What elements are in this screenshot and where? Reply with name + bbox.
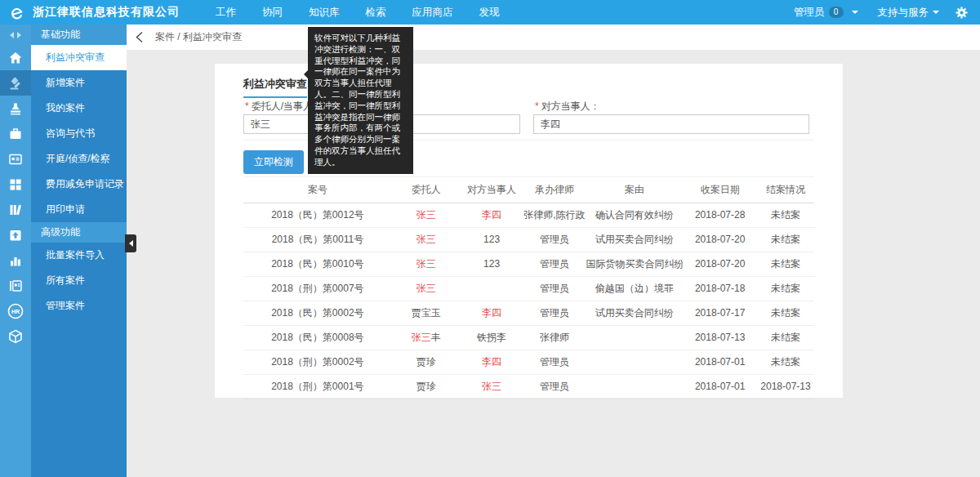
table-row[interactable]: 2018（民）第0010号张三123管理员国际货物买卖合同纠纷2018-07-2… [243, 252, 814, 276]
table-cell: 123 [461, 252, 523, 276]
hr-icon[interactable]: HR [0, 298, 31, 323]
sidebar-item-consulting[interactable]: 咨询与代书 [31, 121, 127, 146]
table-cell: 未结案 [757, 227, 814, 252]
stamp-icon[interactable] [0, 96, 31, 121]
navbar-right: 管理员 0 支持与服务 [784, 0, 980, 25]
results-table-body: 2018（民）第0012号张三李四张律师,陈行政确认合同有效纠纷2018-07-… [243, 203, 814, 399]
column-header: 案号 [243, 177, 392, 203]
table-cell: 2018（刑）第0007号 [243, 276, 392, 301]
table-row[interactable]: 2018（刑）第0007号张三管理员偷越国（边）境罪2018-07-18未结案 [243, 276, 814, 301]
table-cell: 2018-07-28 [683, 203, 757, 227]
table-cell [586, 325, 683, 350]
nav-item-search[interactable]: 检索 [353, 0, 399, 25]
sidebar-section-basic[interactable]: 基础功能 [31, 25, 127, 45]
table-cell: 2018-07-20 [683, 227, 757, 252]
table-cell: 2018（刑）第0002号 [243, 350, 392, 374]
nav-item-discover[interactable]: 发现 [466, 0, 513, 25]
table-cell: 张律师 [523, 325, 586, 350]
table-cell: 试用买卖合同纠纷 [586, 301, 683, 325]
table-cell: 张三 [392, 227, 461, 252]
sidebar-item-new-case[interactable]: 新增案件 [31, 70, 127, 96]
table-cell: 2018（刑）第0001号 [243, 374, 392, 399]
settings-button[interactable] [949, 0, 973, 25]
notification-badge: 0 [829, 7, 844, 18]
package-icon[interactable] [0, 323, 31, 349]
id-card-icon[interactable] [0, 146, 31, 172]
breadcrumb[interactable]: 案件 / 利益冲突审查 [155, 30, 242, 44]
column-header: 结案情况 [757, 177, 814, 203]
user-dropdown[interactable]: 管理员 0 [784, 0, 868, 25]
bar-chart-icon[interactable] [0, 247, 31, 273]
chevron-left-icon [135, 31, 144, 43]
table-cell: 未结案 [757, 203, 814, 227]
table-cell: 试用买卖合同纠纷 [586, 227, 683, 252]
column-header: 承办律师 [523, 177, 586, 203]
company-name: 浙江律联信息科技有限公司 [33, 5, 180, 20]
books-icon[interactable] [0, 197, 31, 222]
conflict-info-tooltip: 软件可对以下几种利益冲突进行检测：一、双重代理型利益冲突，同一律师在同一案件中为… [308, 27, 413, 174]
sidebar-item-fee-waiver[interactable]: 费用减免申请记录 [31, 172, 127, 197]
column-header: 委托人 [392, 177, 461, 203]
nav-item-work[interactable]: 工作 [203, 0, 249, 25]
table-cell: 2018（民）第0008号 [243, 325, 392, 350]
table-cell: 未结案 [757, 325, 814, 350]
home-icon[interactable] [0, 45, 31, 70]
sidebar-item-hearing[interactable]: 开庭/侦查/检察 [31, 146, 127, 172]
table-cell: 管理员 [523, 350, 586, 374]
table-cell: 未结案 [757, 350, 814, 374]
table-cell: 未结案 [757, 301, 814, 325]
nav-item-collab[interactable]: 协同 [249, 0, 296, 25]
table-cell: 2018-07-18 [683, 276, 757, 301]
table-row[interactable]: 2018（刑）第0002号贾珍李四管理员2018-07-01未结案 [243, 350, 814, 374]
gavel-icon[interactable] [0, 70, 31, 96]
sidebar-item-conflict-review[interactable]: 利益冲突审查 [31, 45, 127, 70]
table-row[interactable]: 2018（民）第0011号张三123管理员试用买卖合同纠纷2018-07-20未… [243, 227, 814, 252]
table-cell: 管理员 [523, 374, 586, 399]
table-cell [586, 374, 683, 399]
table-cell: 未结案 [757, 252, 814, 276]
sidebar-item-manage-cases[interactable]: 管理案件 [31, 293, 127, 319]
briefcase-icon[interactable] [0, 121, 31, 146]
top-menu: 工作 协同 知识库 检索 应用商店 发现 [203, 0, 513, 25]
caret-down-icon [933, 11, 939, 14]
grid-icon[interactable] [0, 172, 31, 197]
table-cell: 2018-07-13 [757, 374, 814, 399]
sidebar-collapse-handle[interactable] [125, 234, 136, 252]
table-cell: 管理员 [523, 227, 586, 252]
nav-item-appstore[interactable]: 应用商店 [399, 0, 466, 25]
table-cell: 偷越国（边）境罪 [586, 276, 683, 301]
opponent-input[interactable] [533, 114, 809, 134]
table-cell: 贾珍 [392, 374, 461, 399]
sidebar-item-batch-import[interactable]: 批量案件导入 [31, 243, 127, 268]
table-row[interactable]: 2018（民）第0002号贾宝玉李四管理员试用买卖合同纠纷2018-07-17未… [243, 301, 814, 325]
report-icon[interactable] [0, 273, 31, 298]
tab-conflict-review[interactable]: 利益冲突审查 [243, 77, 307, 98]
tooltip-text: 软件可对以下几种利益冲突进行检测：一、双重代理型利益冲突，同一律师在同一案件中为… [314, 33, 400, 167]
back-button[interactable] [127, 25, 151, 50]
nav-item-knowledge[interactable]: 知识库 [296, 0, 353, 25]
opponent-label: *对方当事人： [535, 100, 600, 114]
icon-rail: HR [0, 25, 31, 477]
table-cell: 李四 [461, 203, 523, 227]
detect-now-button[interactable]: 立即检测 [243, 150, 304, 174]
table-row[interactable]: 2018（民）第0012号张三李四张律师,陈行政确认合同有效纠纷2018-07-… [243, 203, 814, 227]
user-name: 管理员 [794, 6, 825, 20]
column-header: 收案日期 [683, 177, 757, 203]
sidebar-item-seal-request[interactable]: 用印申请 [31, 197, 127, 222]
collapse-arrows-icon[interactable] [0, 25, 31, 45]
table-cell: 2018（民）第0010号 [243, 252, 392, 276]
table-cell: 张三 [392, 203, 461, 227]
table-row[interactable]: 2018（刑）第0001号贾珍张三管理员2018-07-012018-07-13 [243, 374, 814, 399]
sidebar-item-my-cases[interactable]: 我的案件 [31, 96, 127, 121]
support-dropdown[interactable]: 支持与服务 [868, 0, 950, 25]
sidebar-item-all-cases[interactable]: 所有案件 [31, 268, 127, 293]
caret-down-icon [852, 11, 858, 14]
sidebar-section-advanced[interactable]: 高级功能 [31, 222, 127, 243]
table-row[interactable]: 2018（民）第0008号张三丰铁拐李张律师2018-07-13未结案 [243, 325, 814, 350]
top-navbar: 浙江律联信息科技有限公司 工作 协同 知识库 检索 应用商店 发现 管理员 0 … [0, 0, 980, 25]
table-cell: 管理员 [523, 301, 586, 325]
support-label: 支持与服务 [878, 6, 929, 20]
sidebar-menu: 基础功能 利益冲突审查 新增案件 我的案件 咨询与代书 开庭/侦查/检察 费用减… [31, 25, 127, 477]
table-cell: 张三 [392, 276, 461, 301]
box-upload-icon[interactable] [0, 222, 31, 247]
